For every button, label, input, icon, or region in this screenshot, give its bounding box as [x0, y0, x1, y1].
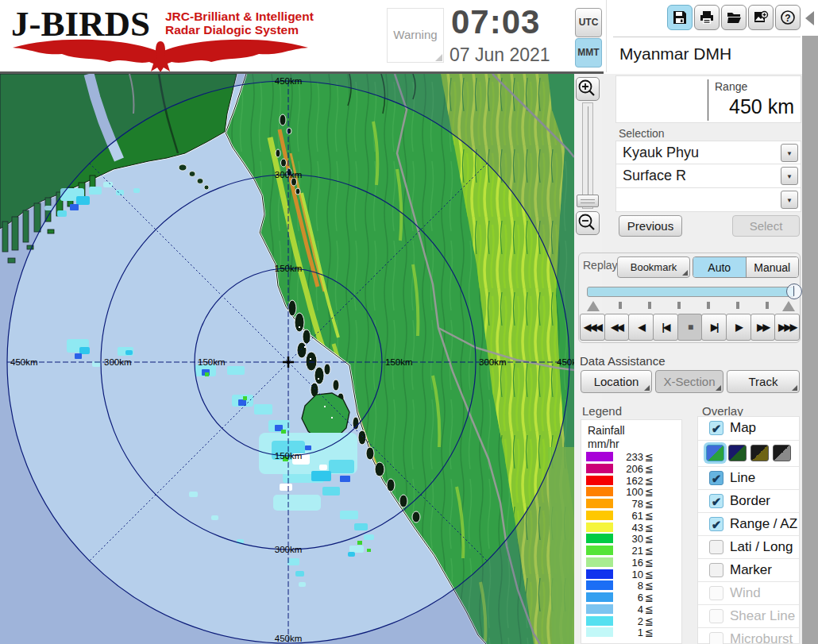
- legend-color-swatch: [586, 523, 613, 532]
- chevron-down-icon: ▼: [786, 173, 793, 180]
- chevron-down-icon: ▼: [786, 150, 793, 157]
- warning-panel[interactable]: Warning: [387, 8, 444, 63]
- menu-fold-icon: [792, 385, 797, 391]
- dropdown-arrow-button[interactable]: ▼: [781, 191, 798, 209]
- select-button[interactable]: Select: [732, 215, 800, 237]
- checkbox[interactable]: [709, 540, 723, 554]
- print-button[interactable]: [694, 5, 720, 30]
- overlay-item-map[interactable]: ✔Map: [698, 417, 799, 440]
- checkbox[interactable]: [709, 609, 723, 623]
- legend-row: 233≦: [581, 451, 683, 463]
- auto-button[interactable]: Auto: [693, 257, 747, 277]
- step-backward-button[interactable]: |◀: [653, 314, 678, 341]
- add-image-button[interactable]: [748, 5, 774, 30]
- fastest-forward-button[interactable]: ▶▶▶: [774, 314, 800, 341]
- print-icon: [699, 10, 715, 25]
- play-button[interactable]: ▶: [726, 314, 751, 341]
- resize-grip[interactable]: [435, 54, 442, 61]
- legend-lte-symbol: ≦: [645, 627, 654, 638]
- save-button[interactable]: [667, 5, 693, 30]
- rewind-button[interactable]: ◀◀: [604, 314, 630, 341]
- legend-title: Rainfall mm/hr: [588, 424, 625, 451]
- fast-forward-button[interactable]: ▶▶: [750, 314, 776, 341]
- header-divider: [606, 0, 607, 72]
- overlay-item-marker[interactable]: Marker: [698, 558, 799, 581]
- step-forward-button[interactable]: ▶|: [701, 314, 727, 341]
- map-style-swatch-0[interactable]: [706, 445, 724, 461]
- warning-label: Warning: [388, 28, 443, 41]
- mmt-button[interactable]: MMT: [575, 38, 602, 67]
- timeline-slider-handle[interactable]: [786, 283, 802, 299]
- legend-row: 78≦: [581, 498, 683, 510]
- legend-color-swatch: [586, 476, 613, 485]
- legend-value: 43: [615, 522, 643, 534]
- jbirds-logo: J-BIRDS JRC-Brilliant & Intelligent Rada…: [6, 2, 320, 71]
- zoom-slider[interactable]: [582, 102, 593, 209]
- map-style-swatch-1[interactable]: [728, 445, 747, 461]
- xsection-button[interactable]: X-Section: [655, 370, 723, 393]
- auto-manual-toggle: Auto Manual: [693, 256, 799, 278]
- selection-dropdown-0[interactable]: Kyauk Phyu▼: [615, 141, 801, 164]
- map-style-swatch-3[interactable]: [773, 445, 791, 461]
- overlay-item-microburst[interactable]: Microburst: [698, 627, 799, 644]
- stop-button[interactable]: ■: [677, 314, 703, 341]
- fast-rewind-button[interactable]: ◀◀◀: [580, 314, 605, 341]
- legend-row: 21≦: [581, 545, 683, 557]
- jbirds-app: J-BIRDS JRC-Brilliant & Intelligent Rada…: [0, 0, 818, 644]
- legend-panel: Rainfall mm/hr 233≦206≦162≦100≦78≦61≦43≦…: [581, 419, 682, 644]
- overlay-item-border[interactable]: ✔Border: [698, 489, 799, 512]
- clock-time: 07:03: [451, 3, 578, 41]
- checkbox[interactable]: ✔: [709, 421, 723, 435]
- dropdown-arrow-button[interactable]: ▼: [781, 144, 798, 162]
- zoom-in-button[interactable]: [576, 77, 600, 101]
- svg-text:300km: 300km: [275, 545, 303, 554]
- checkbox[interactable]: [709, 632, 723, 644]
- checkbox[interactable]: ✔: [709, 471, 723, 485]
- track-button[interactable]: Track: [727, 370, 800, 393]
- overlay-item-wind[interactable]: Wind: [698, 581, 799, 604]
- checkbox[interactable]: [709, 563, 723, 577]
- zoom-slider-thumb[interactable]: [577, 195, 599, 207]
- timeline-tick: [766, 302, 769, 309]
- help-button[interactable]: ?: [775, 5, 801, 30]
- clock-date: 07 Jun 2021: [450, 44, 585, 66]
- check-icon: ✔: [712, 472, 722, 485]
- overlay-item-range-az[interactable]: ✔Range / AZ: [698, 512, 799, 535]
- checkbox[interactable]: [709, 586, 723, 600]
- collapse-panel-arrow-icon[interactable]: [805, 11, 814, 25]
- utc-button[interactable]: UTC: [575, 8, 602, 37]
- overlay-item-shear-line[interactable]: Shear Line: [698, 604, 799, 627]
- overlay-item-label: Border: [730, 493, 770, 509]
- open-folder-button[interactable]: [721, 5, 747, 30]
- manual-button[interactable]: Manual: [747, 257, 799, 277]
- svg-text:450km: 450km: [10, 357, 38, 367]
- legend-color-swatch: [586, 616, 613, 626]
- selection-dropdown-2[interactable]: ▼: [615, 188, 801, 212]
- selection-dropdown-1[interactable]: Surface R▼: [615, 164, 801, 188]
- checkbox[interactable]: ✔: [709, 517, 723, 531]
- legend-color-swatch: [586, 557, 613, 567]
- overlay-item-line[interactable]: ✔Line: [698, 466, 799, 489]
- legend-color-swatch: [586, 452, 613, 461]
- map-style-swatch-2[interactable]: [750, 445, 769, 461]
- legend-value: 21: [615, 545, 643, 557]
- range-divider: [708, 79, 708, 121]
- previous-button[interactable]: Previous: [619, 215, 682, 237]
- check-icon: ✔: [712, 495, 722, 508]
- legend-lte-symbol: ≦: [645, 615, 654, 627]
- svg-text:300km: 300km: [275, 170, 303, 179]
- replay-timeline-slider[interactable]: [587, 287, 795, 297]
- zoom-out-button[interactable]: [576, 211, 600, 235]
- play-backward-button[interactable]: ◀: [628, 314, 654, 341]
- legend-color-swatch: [586, 499, 613, 508]
- bookmark-button[interactable]: Bookmark: [617, 256, 690, 278]
- dropdown-arrow-button[interactable]: ▼: [781, 167, 798, 185]
- legend-value: 233: [615, 451, 643, 463]
- location-button[interactable]: Location: [581, 370, 652, 393]
- overlay-item-lati-long[interactable]: Lati / Long: [698, 535, 799, 558]
- checkbox[interactable]: ✔: [709, 494, 723, 508]
- legend-row: 61≦: [581, 510, 683, 522]
- radar-map[interactable]: 450km 300km 150km 150km 300km 450km 450k…: [0, 74, 574, 644]
- check-icon: ✔: [712, 518, 722, 531]
- chevron-down-icon: ▼: [786, 197, 793, 204]
